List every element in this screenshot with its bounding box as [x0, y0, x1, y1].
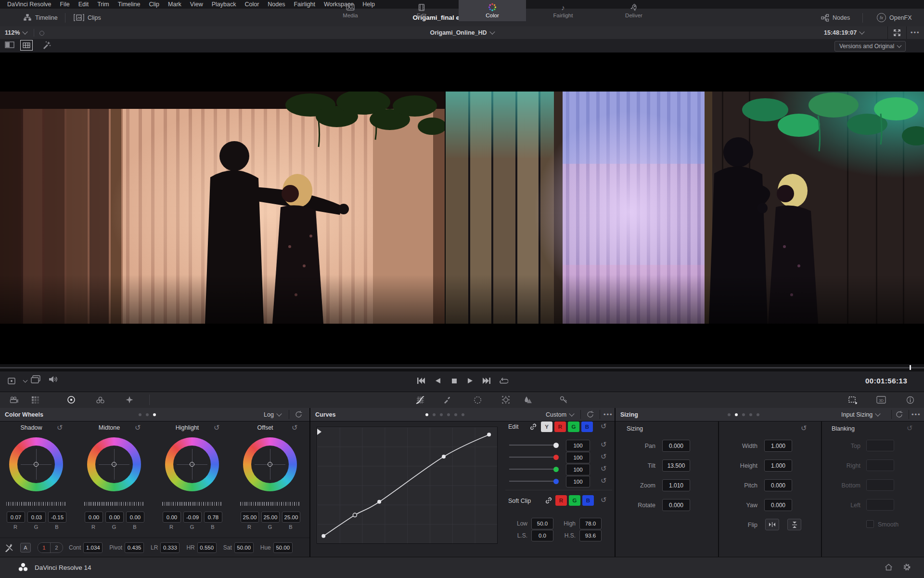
reset-icon[interactable]: ↺ — [601, 496, 607, 503]
height-value[interactable]: 1.000 — [764, 460, 792, 472]
sizing-mode-select[interactable]: Input Sizing — [841, 408, 880, 421]
sizing-page-dots[interactable] — [728, 408, 759, 421]
menu-color[interactable]: Color — [240, 0, 263, 9]
page-tab-color-active[interactable]: Color — [459, 0, 526, 21]
link-icon[interactable] — [529, 423, 537, 431]
curves-options-menu[interactable]: ••• — [603, 411, 613, 418]
menu-mark[interactable]: Mark — [164, 0, 186, 9]
audio-mute-button[interactable] — [48, 375, 58, 383]
openfx-panel-button[interactable]: fx OpenFX — [877, 9, 912, 26]
pivot-value[interactable]: 0.435 — [125, 542, 144, 553]
sizing-palette-button-active[interactable] — [845, 392, 860, 408]
hr-value[interactable]: 0.550 — [197, 542, 217, 553]
scrubber-track[interactable] — [0, 367, 924, 368]
project-manager-button[interactable] — [885, 564, 893, 571]
curve-editor[interactable] — [317, 427, 498, 544]
softclip-g-button[interactable]: G — [569, 495, 580, 506]
blanking-left-input[interactable] — [866, 499, 894, 511]
page-tab-media[interactable]: Media — [321, 0, 379, 21]
versions-dropdown[interactable]: Versions and Original — [834, 41, 906, 52]
key-palette-button[interactable] — [556, 392, 571, 408]
b-gain-value[interactable]: 100 — [566, 476, 590, 487]
curve-channel-r-button[interactable]: R — [554, 421, 566, 432]
pan-value[interactable]: 0.000 — [662, 440, 690, 452]
cont-value[interactable]: 1.034 — [83, 542, 103, 553]
curves-palette-button-active[interactable] — [413, 392, 427, 408]
color-wheels-mode-select[interactable]: Log — [264, 408, 281, 421]
lr-value[interactable]: 0.333 — [160, 542, 180, 553]
curve-control-point[interactable] — [487, 433, 491, 436]
menu-edit[interactable]: Edit — [74, 0, 93, 9]
3d-palette-button[interactable]: 3D — [874, 392, 888, 408]
color-wheels-page-dots[interactable] — [139, 408, 156, 421]
g-gain-slider[interactable] — [509, 469, 557, 470]
menu-nodes[interactable]: Nodes — [263, 0, 289, 9]
timeline-scrubber[interactable] — [0, 364, 924, 371]
play-button[interactable] — [467, 378, 474, 384]
r-gain-knob[interactable] — [553, 455, 559, 460]
add-version-button[interactable] — [895, 410, 903, 419]
rotate-value[interactable]: 0.000 — [662, 499, 690, 511]
reset-icon[interactable]: ↺ — [601, 422, 607, 430]
smooth-checkbox[interactable] — [866, 520, 874, 528]
softclip-b-button[interactable]: B — [582, 495, 594, 506]
reset-icon[interactable]: ↺ — [601, 453, 607, 460]
highlight-master-wheel[interactable] — [162, 502, 222, 506]
reset-icon[interactable]: ↺ — [601, 465, 607, 472]
power-windows-palette-button[interactable] — [470, 392, 485, 408]
low-value[interactable]: 50.0 — [531, 518, 553, 529]
shadow-b-value[interactable]: -0.15 — [48, 512, 66, 523]
page-1-button[interactable]: 1 — [38, 543, 51, 552]
split-screen-button[interactable] — [5, 41, 14, 49]
nodes-panel-button[interactable]: Nodes — [821, 9, 850, 26]
info-button[interactable] — [903, 392, 917, 408]
go-to-end-button[interactable] — [482, 377, 491, 384]
qualifier-palette-button[interactable] — [440, 392, 454, 408]
highlight-b-value[interactable]: 0.78 — [204, 512, 222, 523]
offset-g-value[interactable]: 25.00 — [261, 512, 280, 523]
curve-control-point[interactable] — [377, 500, 381, 504]
camera-raw-palette-button[interactable] — [7, 392, 21, 408]
hs-value[interactable]: 93.6 — [579, 530, 602, 541]
menu-app[interactable]: DaVinci Resolve — [3, 0, 55, 9]
shadow-master-wheel[interactable] — [6, 502, 66, 506]
offset-color-wheel[interactable] — [243, 437, 297, 491]
midtone-g-value[interactable]: 0.00 — [105, 512, 124, 523]
menu-timeline[interactable]: Timeline — [114, 0, 145, 9]
curves-page-dots[interactable] — [425, 408, 464, 421]
blur-palette-button[interactable] — [521, 392, 535, 408]
b-gain-knob[interactable] — [553, 479, 559, 484]
r-gain-value[interactable]: 100 — [566, 452, 590, 463]
g-gain-value[interactable]: 100 — [566, 464, 590, 475]
reset-icon[interactable]: ↺ — [214, 424, 220, 431]
link-icon[interactable] — [545, 497, 552, 504]
expand-viewer-button[interactable] — [887, 26, 907, 39]
blanking-top-input[interactable] — [866, 440, 894, 451]
rgb-mixer-palette-button[interactable] — [93, 392, 107, 408]
ls-value[interactable]: 0.0 — [531, 530, 553, 541]
blanking-bottom-input[interactable] — [866, 479, 894, 491]
auto-color-icon[interactable] — [5, 543, 14, 552]
add-version-button[interactable] — [295, 410, 303, 419]
color-match-palette-button[interactable] — [28, 392, 42, 408]
softclip-r-button[interactable]: R — [555, 495, 567, 506]
g-gain-knob[interactable] — [553, 467, 559, 472]
highlight-g-value[interactable]: -0.09 — [183, 512, 202, 523]
reset-icon[interactable]: ↺ — [601, 477, 607, 484]
menu-playback[interactable]: Playback — [207, 0, 241, 9]
menu-clip[interactable]: Clip — [145, 0, 164, 9]
width-value[interactable]: 1.000 — [764, 440, 792, 452]
reset-icon[interactable]: ↺ — [292, 424, 298, 431]
offset-b-value[interactable]: 25.00 — [282, 512, 300, 523]
stop-button[interactable] — [451, 378, 457, 384]
offset-master-wheel[interactable] — [240, 502, 300, 506]
loop-button[interactable] — [500, 377, 508, 384]
viewer-options-menu[interactable]: ••• — [911, 29, 920, 36]
midtone-master-wheel[interactable] — [84, 502, 144, 506]
curve-channel-g-button[interactable]: G — [568, 421, 579, 432]
curve-channel-y-button[interactable]: Y — [541, 421, 552, 432]
zoom-value[interactable]: 1.010 — [662, 479, 690, 491]
timeline-button[interactable]: Timeline — [24, 9, 58, 26]
playhead[interactable] — [910, 365, 911, 370]
enhance-wand-button[interactable] — [41, 40, 51, 49]
